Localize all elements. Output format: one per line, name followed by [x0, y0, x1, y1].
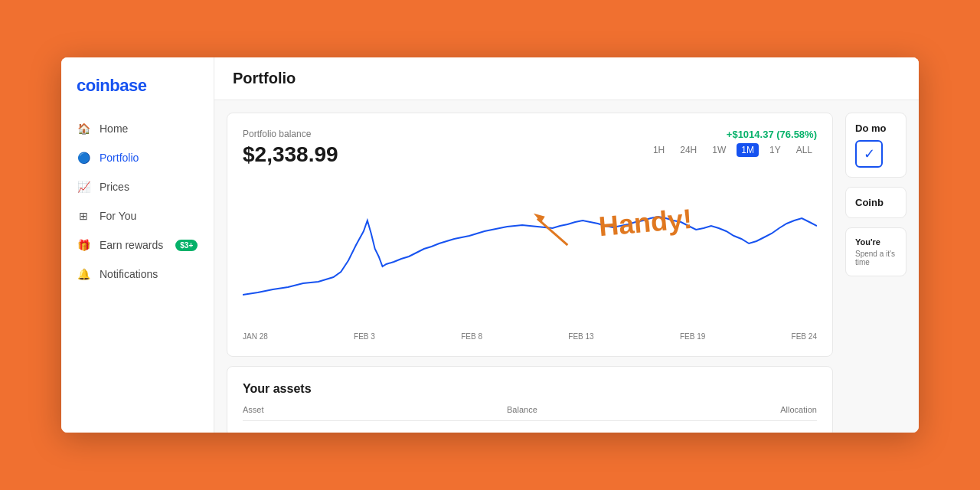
sidebar-item-earn-rewards[interactable]: 🎁 Earn rewards $3+ — [61, 230, 214, 260]
balance-amount: $2,338.99 — [243, 142, 338, 167]
time-filters: 1H 24H 1W 1M 1Y ALL — [648, 143, 817, 157]
do-more-title: Do mo — [855, 122, 897, 134]
chart-area: Handy! — [243, 176, 817, 329]
home-icon: 🏠 — [77, 122, 90, 136]
content-area: Portfolio balance $2,338.99 +$1014.37 (7… — [214, 100, 919, 433]
youre-title: You're — [855, 237, 897, 247]
sidebar: coinbase 🏠 Home 🔵 Portfolio 📈 Prices ⊞ F… — [61, 57, 214, 433]
prices-icon: 📈 — [77, 180, 90, 194]
assets-table-header: Asset Balance Allocation — [243, 405, 817, 421]
assets-card: Your assets Asset Balance Allocation — [227, 366, 833, 433]
sidebar-item-notifications[interactable]: 🔔 Notifications — [61, 260, 214, 289]
balance-change: +$1014.37 (76.58%) — [727, 129, 817, 140]
date-jan28: JAN 28 — [243, 332, 268, 341]
balance-info: Portfolio balance $2,338.99 — [243, 129, 338, 167]
date-feb8: FEB 8 — [461, 332, 482, 341]
nav-label-notifications: Notifications — [100, 268, 158, 280]
sidebar-item-for-you[interactable]: ⊞ For You — [61, 201, 214, 230]
time-filter-1h[interactable]: 1H — [648, 143, 669, 157]
browser-window: coinbase 🏠 Home 🔵 Portfolio 📈 Prices ⊞ F… — [61, 57, 919, 433]
coinb-title: Coinb — [855, 197, 897, 208]
sidebar-item-home[interactable]: 🏠 Home — [61, 114, 214, 143]
do-more-card: Do mo ✓ — [845, 113, 906, 178]
earn-rewards-icon: 🎁 — [77, 238, 90, 252]
time-filter-24h[interactable]: 24H — [675, 143, 701, 157]
time-filter-1y[interactable]: 1Y — [765, 143, 786, 157]
page-header: Portfolio — [214, 57, 919, 100]
calendar-icon: ✓ — [855, 140, 883, 168]
right-panel: Do mo ✓ Coinb You're Spend a it's time — [845, 113, 906, 420]
nav-label-home: Home — [100, 122, 128, 135]
assets-title: Your assets — [243, 382, 817, 396]
chart-card: Portfolio balance $2,338.99 +$1014.37 (7… — [227, 113, 833, 357]
nav-label-portfolio: Portfolio — [100, 152, 139, 164]
youre-card: You're Spend a it's time — [845, 227, 906, 276]
chart-header: Portfolio balance $2,338.99 +$1014.37 (7… — [243, 129, 817, 167]
main-content: Portfolio Portfolio balance $2,338.99 +$… — [214, 57, 919, 433]
for-you-icon: ⊞ — [77, 209, 90, 223]
portfolio-panel: Portfolio balance $2,338.99 +$1014.37 (7… — [227, 113, 833, 420]
portfolio-icon: 🔵 — [77, 151, 90, 165]
time-filter-1w[interactable]: 1W — [707, 143, 730, 157]
page-title: Portfolio — [233, 70, 900, 87]
bell-icon: 🔔 — [77, 267, 90, 281]
sidebar-item-prices[interactable]: 📈 Prices — [61, 172, 214, 201]
time-filter-all[interactable]: ALL — [792, 143, 817, 157]
sidebar-item-portfolio[interactable]: 🔵 Portfolio — [61, 143, 214, 172]
date-feb19: FEB 19 — [680, 332, 705, 341]
date-feb3: FEB 3 — [354, 332, 375, 341]
logo-text: coinbase — [77, 76, 146, 95]
sidebar-logo: coinbase — [61, 73, 214, 114]
nav-label-prices: Prices — [100, 181, 129, 193]
chart-dates: JAN 28 FEB 3 FEB 8 FEB 13 FEB 19 FEB 24 — [243, 332, 817, 341]
date-feb24: FEB 24 — [792, 332, 817, 341]
col-asset: Asset — [243, 405, 264, 414]
date-feb13: FEB 13 — [568, 332, 593, 341]
time-filter-1m[interactable]: 1M — [737, 143, 759, 157]
balance-label: Portfolio balance — [243, 129, 338, 139]
spend-text: Spend a it's time — [855, 250, 897, 266]
coinbase-card: Coinb — [845, 187, 906, 218]
nav-label-earn-rewards: Earn rewards — [100, 239, 163, 251]
portfolio-chart — [243, 176, 817, 314]
nav-label-for-you: For You — [100, 210, 136, 222]
col-allocation: Allocation — [780, 405, 817, 414]
reward-badge: $3+ — [175, 240, 198, 251]
col-balance: Balance — [507, 405, 537, 414]
